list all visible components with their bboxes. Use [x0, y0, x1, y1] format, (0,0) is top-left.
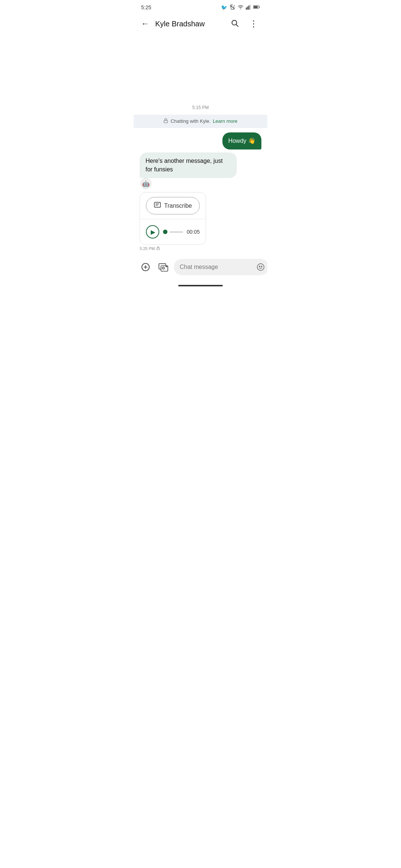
chat-timestamp: 5:15 PM [134, 101, 267, 115]
voice-duration: 00:05 [187, 229, 200, 235]
back-button[interactable]: ← [140, 17, 151, 30]
emoji-button[interactable] [254, 260, 267, 274]
voice-message-row: Transcribe ▶ 00:05 5:25 P [140, 192, 261, 251]
svg-rect-4 [248, 5, 250, 9]
sent-bubble: Howdy 👋 [222, 132, 261, 149]
voice-progress [163, 230, 183, 234]
chat-title: Kyle Bradshaw [155, 20, 223, 28]
svg-point-22 [166, 266, 167, 267]
wifi-icon [238, 4, 244, 11]
lock-icon [156, 246, 160, 251]
avatar: 🤖 [140, 178, 151, 189]
avatar-emoji: 🤖 [142, 180, 150, 187]
timestamp-text: 5:25 PM [140, 246, 155, 251]
svg-rect-5 [250, 4, 251, 10]
svg-point-1 [240, 9, 241, 9]
svg-rect-3 [247, 6, 248, 9]
signal-icon [246, 4, 251, 11]
progress-dot [163, 230, 167, 234]
message-row: Here's another message, just for funsies… [140, 152, 261, 189]
status-icons: 🐦 [221, 4, 260, 11]
chat-input-wrapper [174, 259, 267, 275]
encryption-text: Chatting with Kyle. [170, 118, 211, 124]
more-button[interactable]: ⋮ [246, 17, 261, 30]
svg-point-25 [261, 266, 262, 267]
progress-bar[interactable] [170, 231, 183, 233]
svg-rect-7 [259, 6, 260, 7]
messages-container: Howdy 👋 Here's another message, just for… [134, 128, 267, 255]
message-text: Howdy 👋 [228, 138, 255, 144]
svg-point-24 [259, 266, 260, 267]
transcribe-button[interactable]: Transcribe [146, 197, 200, 214]
svg-rect-2 [246, 7, 247, 10]
svg-point-23 [257, 264, 264, 270]
encryption-notice: Chatting with Kyle. Learn more [134, 115, 267, 128]
gallery-button[interactable] [156, 260, 171, 274]
home-indicator [134, 283, 267, 289]
chat-area: 5:15 PM Chatting with Kyle. Learn more H… [134, 34, 267, 255]
transcribe-icon [154, 201, 161, 210]
twitter-icon: 🐦 [221, 4, 227, 10]
play-icon: ▶ [151, 228, 155, 236]
svg-line-10 [237, 24, 238, 26]
svg-point-9 [232, 20, 237, 25]
svg-rect-15 [157, 248, 160, 250]
input-area [134, 255, 267, 283]
received-bubble: Here's another message, just for funsies [140, 152, 237, 178]
voice-player: ▶ 00:05 [146, 224, 200, 240]
message-timestamp: 5:25 PM [140, 246, 160, 251]
add-button[interactable] [138, 260, 153, 274]
status-bar: 5:25 🐦 [134, 0, 267, 13]
app-bar: ← Kyle Bradshaw ⋮ [134, 13, 267, 34]
message-row: Howdy 👋 [140, 132, 261, 149]
learn-more-link[interactable]: Learn more [213, 118, 237, 124]
chat-input[interactable] [180, 264, 254, 270]
search-button[interactable] [228, 17, 242, 30]
battery-icon [253, 5, 260, 10]
transcribe-label: Transcribe [164, 203, 192, 209]
home-indicator-bar [178, 285, 223, 286]
play-button[interactable]: ▶ [146, 225, 159, 239]
voice-message-bubble: Transcribe ▶ 00:05 [140, 192, 206, 245]
lock-icon [163, 118, 168, 124]
svg-rect-8 [254, 6, 258, 8]
mute-icon [229, 4, 235, 11]
svg-rect-11 [164, 121, 168, 123]
status-time: 5:25 [141, 4, 151, 10]
message-text: Here's another message, just for funsies [146, 158, 223, 172]
